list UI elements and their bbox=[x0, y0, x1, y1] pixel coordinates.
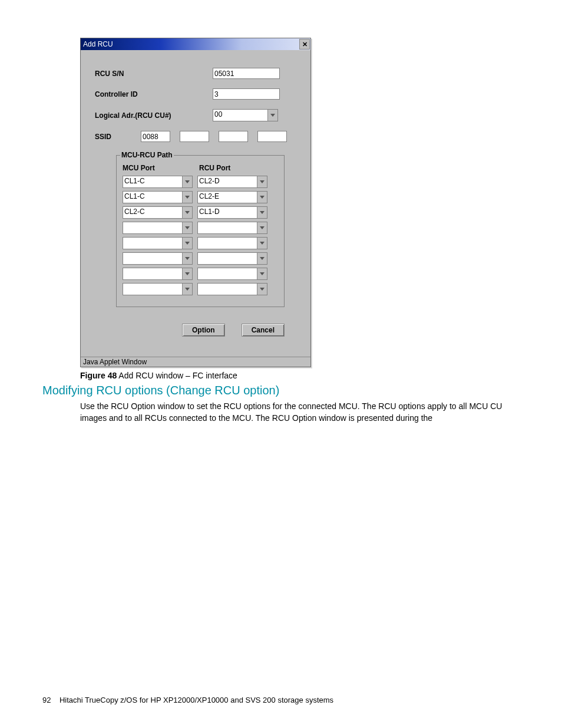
rcu-port-combo[interactable]: CL2-E bbox=[197, 191, 267, 203]
titlebar[interactable]: Add RCU ✕ bbox=[81, 38, 310, 50]
chevron-down-icon[interactable] bbox=[257, 192, 267, 203]
chevron-down-icon[interactable] bbox=[257, 176, 267, 187]
rcu-port-combo[interactable] bbox=[197, 222, 267, 234]
svg-marker-7 bbox=[185, 226, 190, 229]
mcu-port-value bbox=[123, 268, 182, 279]
svg-marker-13 bbox=[185, 272, 190, 275]
mcu-port-combo[interactable] bbox=[123, 268, 193, 280]
chevron-down-icon[interactable] bbox=[257, 238, 267, 249]
ssid-label: SSID bbox=[95, 133, 141, 141]
chevron-down-icon[interactable] bbox=[267, 110, 277, 121]
figure-caption: Figure 48 Add RCU window – FC interface bbox=[80, 371, 520, 380]
rcu-port-combo[interactable] bbox=[197, 268, 267, 280]
chevron-down-icon[interactable] bbox=[182, 192, 192, 203]
chevron-down-icon[interactable] bbox=[182, 176, 192, 187]
mcu-port-value bbox=[123, 253, 182, 264]
svg-marker-12 bbox=[260, 257, 265, 260]
path-row: CL1-CCL2-D bbox=[123, 176, 278, 188]
close-icon[interactable]: ✕ bbox=[299, 39, 310, 50]
mcu-port-value bbox=[123, 238, 182, 249]
option-button[interactable]: Option bbox=[182, 324, 225, 337]
mcu-port-value: CL2-C bbox=[123, 207, 182, 218]
mcu-port-combo[interactable]: CL1-C bbox=[123, 176, 193, 188]
chevron-down-icon[interactable] bbox=[257, 268, 267, 279]
mcu-port-value bbox=[123, 284, 182, 295]
rcu-port-header: RCU Port bbox=[199, 164, 230, 172]
rcu-port-combo[interactable]: CL2-D bbox=[197, 176, 267, 188]
rcu-port-value bbox=[198, 253, 257, 264]
chevron-down-icon[interactable] bbox=[182, 253, 192, 264]
ssid-input-1[interactable] bbox=[180, 131, 209, 142]
svg-marker-15 bbox=[185, 288, 190, 291]
path-row bbox=[123, 237, 278, 249]
controller-id-label: Controller ID bbox=[95, 90, 213, 98]
rcu-sn-input[interactable] bbox=[213, 68, 280, 79]
body-paragraph: Use the RCU Option window to set the RCU… bbox=[80, 401, 520, 424]
chevron-down-icon[interactable] bbox=[182, 238, 192, 249]
svg-marker-16 bbox=[260, 288, 265, 291]
mcu-port-combo[interactable] bbox=[123, 252, 193, 265]
chevron-down-icon[interactable] bbox=[182, 222, 192, 233]
chevron-down-icon[interactable] bbox=[257, 222, 267, 233]
chevron-down-icon[interactable] bbox=[257, 207, 267, 218]
svg-marker-9 bbox=[185, 242, 190, 245]
rcu-port-value bbox=[198, 268, 257, 279]
rcu-sn-label: RCU S/N bbox=[95, 70, 213, 78]
rcu-port-value: CL1-D bbox=[198, 207, 257, 218]
chevron-down-icon[interactable] bbox=[182, 268, 192, 279]
svg-marker-10 bbox=[260, 242, 265, 245]
rcu-port-value bbox=[198, 284, 257, 295]
logical-adr-label: Logical Adr.(RCU CU#) bbox=[95, 111, 213, 120]
mcu-port-combo[interactable] bbox=[123, 283, 193, 295]
mcu-port-combo[interactable] bbox=[123, 222, 193, 234]
page-footer: 92 Hitachi TrueCopy z/OS for HP XP12000/… bbox=[42, 696, 333, 704]
page-number: 92 bbox=[42, 696, 51, 704]
path-legend: MCU-RCU Path bbox=[120, 151, 174, 159]
mcu-port-header: MCU Port bbox=[123, 164, 199, 172]
path-row bbox=[123, 283, 278, 295]
svg-marker-0 bbox=[270, 114, 275, 117]
section-heading: Modifying RCU options (Change RCU option… bbox=[42, 384, 520, 397]
svg-marker-6 bbox=[260, 211, 265, 214]
add-rcu-dialog: Add RCU ✕ RCU S/N Controller ID Logical … bbox=[80, 38, 311, 367]
mcu-port-value bbox=[123, 222, 182, 233]
rcu-port-value bbox=[198, 238, 257, 249]
svg-marker-4 bbox=[260, 196, 265, 199]
mcu-rcu-path-group: MCU-RCU Path MCU Port RCU Port CL1-CCL2-… bbox=[116, 155, 285, 307]
rcu-port-combo[interactable] bbox=[197, 237, 267, 249]
chevron-down-icon[interactable] bbox=[182, 284, 192, 295]
logical-adr-combo[interactable]: 00 bbox=[213, 109, 278, 121]
mcu-port-combo[interactable] bbox=[123, 237, 193, 249]
mcu-port-value: CL1-C bbox=[123, 192, 182, 203]
chevron-down-icon[interactable] bbox=[182, 207, 192, 218]
svg-marker-2 bbox=[260, 180, 265, 183]
rcu-port-combo[interactable]: CL1-D bbox=[197, 206, 267, 219]
cancel-button[interactable]: Cancel bbox=[242, 324, 285, 337]
ssid-input-3[interactable] bbox=[257, 131, 287, 142]
figure-label: Figure 48 bbox=[80, 371, 117, 380]
figure-text: Add RCU window – FC interface bbox=[117, 371, 237, 380]
path-row: CL2-CCL1-D bbox=[123, 206, 278, 219]
mcu-port-combo[interactable]: CL2-C bbox=[123, 206, 193, 219]
rcu-port-combo[interactable] bbox=[197, 283, 267, 295]
mcu-port-value: CL1-C bbox=[123, 176, 182, 187]
status-bar: Java Applet Window bbox=[81, 357, 310, 367]
svg-marker-3 bbox=[185, 196, 190, 199]
rcu-port-value: CL2-D bbox=[198, 176, 257, 187]
svg-marker-11 bbox=[185, 257, 190, 260]
svg-marker-5 bbox=[185, 211, 190, 214]
svg-marker-8 bbox=[260, 226, 265, 229]
chevron-down-icon[interactable] bbox=[257, 253, 267, 264]
chevron-down-icon[interactable] bbox=[257, 284, 267, 295]
path-row: CL1-CCL2-E bbox=[123, 191, 278, 203]
ssid-input-2[interactable] bbox=[219, 131, 248, 142]
ssid-input-0[interactable] bbox=[141, 131, 170, 142]
rcu-port-combo[interactable] bbox=[197, 252, 267, 265]
mcu-port-combo[interactable]: CL1-C bbox=[123, 191, 193, 203]
rcu-port-value: CL2-E bbox=[198, 192, 257, 203]
controller-id-input[interactable] bbox=[213, 88, 280, 100]
rcu-port-value bbox=[198, 222, 257, 233]
path-row bbox=[123, 268, 278, 280]
svg-marker-1 bbox=[185, 180, 190, 183]
footer-text: Hitachi TrueCopy z/OS for HP XP12000/XP1… bbox=[59, 696, 333, 704]
